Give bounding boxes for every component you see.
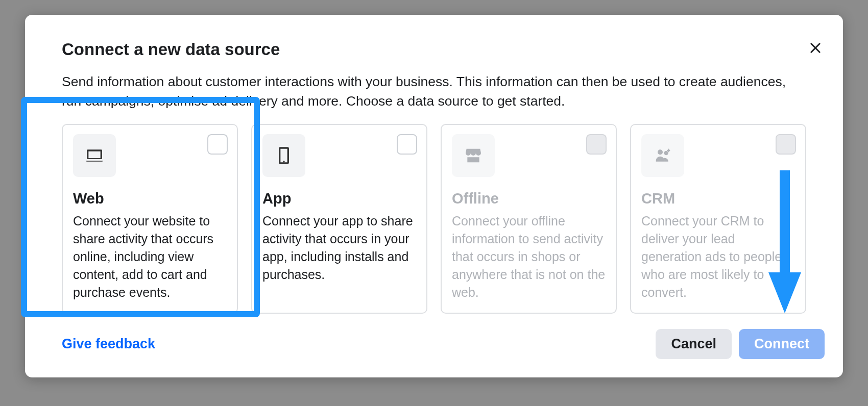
- close-button[interactable]: [808, 41, 823, 55]
- option-title: Offline: [452, 190, 606, 207]
- laptop-icon: [84, 145, 105, 166]
- modal-footer: Give feedback Cancel Connect: [25, 329, 843, 377]
- option-title: App: [262, 190, 416, 207]
- svg-point-2: [658, 150, 663, 155]
- option-description: Connect your offline information to send…: [452, 212, 606, 301]
- option-app[interactable]: App Connect your app to share activity t…: [251, 124, 427, 314]
- option-description: Connect your app to share activity that …: [262, 212, 416, 284]
- phone-icon: [274, 145, 294, 166]
- option-radio[interactable]: [207, 134, 228, 155]
- give-feedback-link[interactable]: Give feedback: [62, 336, 155, 352]
- option-crm: CRM Connect your CRM to deliver your lea…: [630, 124, 806, 314]
- cancel-button[interactable]: Cancel: [656, 329, 732, 359]
- option-icon-tile: [262, 134, 305, 177]
- option-offline: Offline Connect your offline information…: [441, 124, 617, 314]
- connect-button[interactable]: Connect: [739, 329, 825, 359]
- people-icon: [653, 145, 673, 166]
- option-web[interactable]: Web Connect your website to share activi…: [62, 124, 238, 314]
- option-description: Connect your CRM to deliver your lead ge…: [641, 212, 795, 301]
- option-icon-tile: [73, 134, 116, 177]
- option-icon-tile: [641, 134, 684, 177]
- option-radio[interactable]: [397, 134, 417, 155]
- option-radio: [776, 134, 796, 155]
- data-source-options: Web Connect your website to share activi…: [25, 124, 843, 314]
- store-icon: [463, 145, 484, 166]
- modal-title: Connect a new data source: [62, 40, 806, 59]
- modal-header: Connect a new data source Send informati…: [25, 15, 843, 124]
- option-title: Web: [73, 190, 227, 207]
- option-description: Connect your website to share activity t…: [73, 212, 227, 301]
- svg-point-3: [664, 151, 668, 155]
- close-icon: [808, 41, 823, 55]
- option-title: CRM: [641, 190, 795, 207]
- modal-description: Send information about customer interact…: [62, 72, 806, 111]
- connect-data-source-modal: Connect a new data source Send informati…: [25, 15, 843, 377]
- option-radio: [586, 134, 607, 155]
- option-icon-tile: [452, 134, 495, 177]
